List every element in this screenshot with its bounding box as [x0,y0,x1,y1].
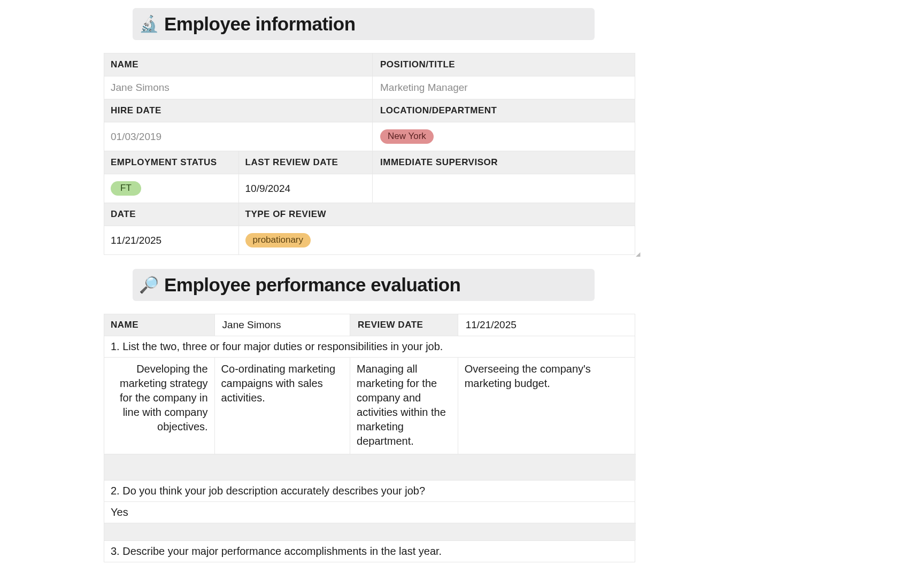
pill-location: New York [380,129,434,144]
label-name: NAME [104,314,214,336]
value-immediate-supervisor[interactable] [372,174,635,203]
employee-information-table: NAME POSITION/TITLE Jane Simons Marketin… [104,53,635,255]
pill-employment-status: FT [111,181,141,196]
spacer-row [104,454,636,480]
label-location: LOCATION/DEPARTMENT [372,99,635,122]
value-last-review-date[interactable]: 10/9/2024 [238,174,373,203]
question-2: 2. Do you think your job description acc… [104,480,635,501]
answer-2[interactable]: Yes [104,501,635,523]
label-name: NAME [104,53,372,76]
label-hire-date: HIRE DATE [104,99,372,122]
label-position: POSITION/TITLE [372,53,635,76]
section-employee-information-header: 🔬 Employee information [133,8,595,40]
pill-type-of-review: probationary [245,233,311,247]
resize-handle-icon[interactable]: ◢ [636,251,640,258]
page: 🔬 Employee information NAME POSITION/TIT… [0,0,909,588]
label-review-date: REVIEW DATE [350,314,458,336]
section-performance-evaluation-header: 🔎 Employee performance evaluation [133,269,595,301]
microscope-icon: 🔬 [139,16,159,32]
value-employment-status[interactable]: FT [104,174,238,203]
magnifier-icon: 🔎 [139,277,159,293]
section-title: Employee information [164,13,356,35]
value-position[interactable]: Marketing Manager [372,76,635,99]
duty-4[interactable]: Overseeing the company's marketing budge… [458,357,635,454]
value-review-date[interactable]: 11/21/2025 [458,314,635,336]
value-date[interactable]: 11/21/2025 [104,226,238,254]
label-last-review-date: LAST REVIEW DATE [238,151,373,174]
duty-3[interactable]: Managing all marketing for the company a… [350,357,458,454]
spacer-row [104,523,636,540]
value-name[interactable]: Jane Simons [104,76,372,99]
duty-1[interactable]: Developing the marketing strategy for th… [104,357,214,454]
value-type-of-review[interactable]: probationary [238,226,635,254]
label-date: DATE [104,203,238,226]
duty-2[interactable]: Co-ordinating marketing campaigns with s… [214,357,350,454]
performance-evaluation-table: NAME Jane Simons REVIEW DATE 11/21/2025 … [104,314,635,562]
section-title: Employee performance evaluation [164,274,460,296]
value-hire-date[interactable]: 01/03/2019 [104,122,372,151]
label-immediate-supervisor: IMMEDIATE SUPERVISOR [372,151,635,174]
question-3: 3. Describe your major performance accom… [104,540,635,562]
question-1: 1. List the two, three or four major dut… [104,336,635,357]
value-name[interactable]: Jane Simons [214,314,350,336]
value-location[interactable]: New York [372,122,635,151]
label-employment-status: EMPLOYMENT STATUS [104,151,238,174]
label-type-of-review: TYPE OF REVIEW [238,203,635,226]
